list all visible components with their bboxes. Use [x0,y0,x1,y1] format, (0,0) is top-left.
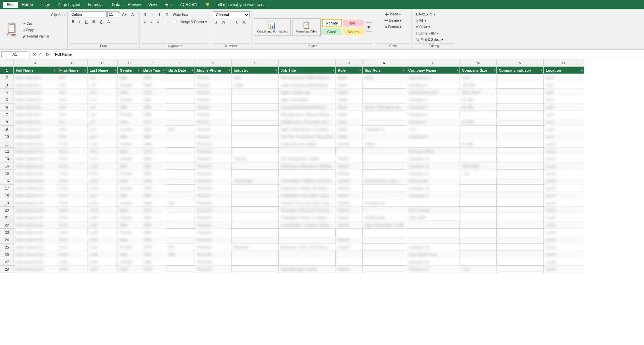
cell[interactable]: Company 13 [406,162,460,170]
header-cell-c[interactable]: Last Name▼ [88,67,118,74]
cell[interactable]: Role18 [336,199,363,207]
cell[interactable] [279,236,336,244]
col-header-d[interactable]: D [118,59,141,67]
cell[interactable] [166,207,195,214]
cell[interactable]: Company 5 [406,104,460,111]
cell[interactable] [363,133,406,140]
cell[interactable]: Loc13 [544,162,584,170]
cell[interactable]: 1984 [141,199,166,207]
cell[interactable]: Ln25 [88,251,118,258]
border-button[interactable]: ⊞ [90,18,97,25]
cell[interactable] [232,229,279,236]
cell[interactable] [232,221,279,229]
cell[interactable] [363,81,406,89]
cell[interactable] [166,221,195,229]
cell[interactable]: Female [118,199,141,207]
cell[interactable]: Company 12 [406,155,460,162]
cell[interactable]: Accounting/Audit Staff/Exec [279,104,336,111]
cell[interactable] [497,155,544,162]
cell[interactable]: 51-200 [460,104,497,111]
cell[interactable] [232,251,279,258]
cell[interactable]: Ln11 [88,148,118,155]
cell[interactable]: Role27 [336,266,363,273]
header-cell-d[interactable]: Gender▼ [118,67,141,74]
cell[interactable]: Role23 [336,236,363,244]
cell[interactable]: Associated / Exec [406,251,460,258]
cell[interactable]: 51-200 [460,96,497,104]
cell[interactable]: Fn4 [57,96,88,104]
cell[interactable]: Role15 [336,177,363,185]
cell[interactable]: Phone21 [195,221,232,229]
cell[interactable]: Data Manager / admin [279,266,336,273]
cell[interactable]: Phone18 [195,199,232,207]
cell[interactable]: Name blurred 10 [14,140,57,148]
cell[interactable]: Management / Network Management / Staffi… [279,111,336,118]
cell[interactable] [363,192,406,199]
cell[interactable]: 1979 [141,148,166,155]
col-header-l[interactable]: L [406,59,460,67]
cell[interactable] [166,185,195,192]
cell[interactable]: Phone22 [195,229,232,236]
cell[interactable] [363,118,406,126]
cell[interactable]: Ln16 [88,185,118,192]
cell[interactable] [232,104,279,111]
cell[interactable]: Male [118,118,141,126]
cell[interactable]: Publication Corp Staff / Legal / admin [279,192,336,199]
cell[interactable] [497,199,544,207]
cell[interactable]: Ln7 [88,118,118,126]
cell[interactable] [232,236,279,244]
cell[interactable]: Name blurred 3 [14,89,57,96]
col-header-j[interactable]: J [336,59,363,67]
comma-button[interactable]: , [227,19,232,25]
cell[interactable]: Loc3 [544,89,584,96]
filter-button-o[interactable]: ▼ [580,69,583,72]
cell[interactable] [497,89,544,96]
header-cell-l[interactable]: Company Name▼ [406,67,460,74]
cell[interactable]: Legal Solutions Administrator [279,81,336,89]
cell[interactable]: Ln22 [88,229,118,236]
cell[interactable] [497,104,544,111]
cell[interactable]: Phone17 [195,192,232,199]
cell[interactable]: Fn25 [57,251,88,258]
cell[interactable]: Role4 [336,96,363,104]
col-header-n[interactable]: N [497,59,544,67]
cell[interactable]: Name blurred 4 [14,96,57,104]
cell[interactable]: Name blurred 25 [14,251,57,258]
cell[interactable]: Name blurred 21 [14,221,57,229]
cell[interactable]: 1994 [141,155,166,162]
cell[interactable]: Company 26 [406,258,460,266]
cell[interactable]: 1990 [141,229,166,236]
cell[interactable] [497,74,544,81]
cell[interactable]: Prod / Range [406,207,460,214]
cell[interactable] [232,118,279,126]
cell[interactable] [406,140,460,148]
cell[interactable]: 1-10 [406,126,460,133]
format-as-table-button[interactable]: 📋 Format as Table [294,20,319,34]
cell[interactable]: Name blurred 1 [14,74,57,81]
cell[interactable]: Fn23 [57,236,88,244]
cell[interactable] [166,81,195,89]
cell[interactable]: Role10 [336,140,363,148]
cell[interactable]: Name blurred 6 [14,111,57,118]
cell[interactable]: Company 27 [406,266,460,273]
cell[interactable]: Ln20 [88,214,118,221]
cell[interactable]: Loc27 [544,266,584,273]
col-header-b[interactable]: B [57,59,88,67]
filter-button-b[interactable]: ▼ [84,69,87,72]
cell[interactable] [497,214,544,221]
cell[interactable] [497,126,544,133]
cell[interactable]: Ln3 [88,89,118,96]
cell[interactable]: Loc8 [544,126,584,133]
cell[interactable] [497,192,544,199]
cell[interactable]: Name blurred 22 [14,229,57,236]
cell[interactable]: Loc2 [544,81,584,89]
cell[interactable] [497,251,544,258]
cell[interactable] [279,148,336,155]
cell[interactable]: Ln5 [88,104,118,111]
cell[interactable] [363,229,406,236]
filter-button-n[interactable]: ▼ [540,69,543,72]
cell[interactable]: Female [118,170,141,177]
cell[interactable]: Role17 [336,192,363,199]
cell[interactable]: Fn21 [57,221,88,229]
cell[interactable]: Loc19 [544,207,584,214]
